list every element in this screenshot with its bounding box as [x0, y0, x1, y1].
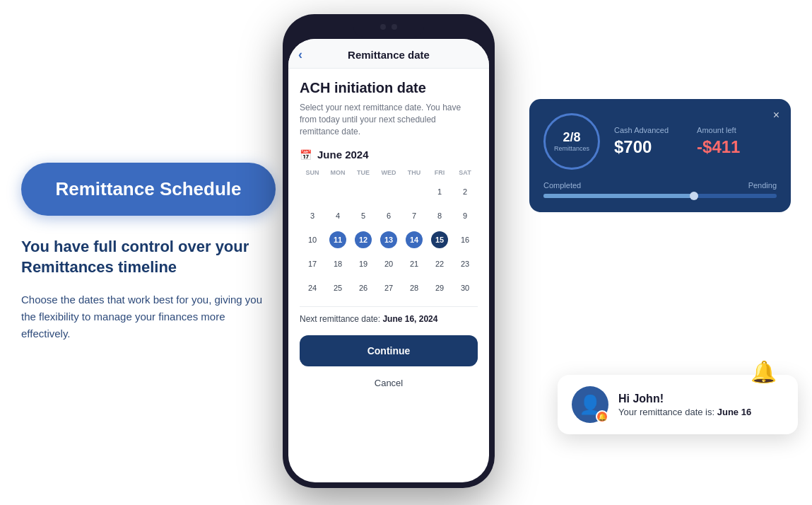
- cal-day-17[interactable]: 17: [300, 253, 325, 275]
- calendar-divider: [300, 306, 478, 307]
- cal-day-24[interactable]: 24: [300, 277, 325, 299]
- cal-day-30[interactable]: 30: [452, 277, 478, 299]
- cal-day-25[interactable]: 25: [325, 277, 351, 299]
- day-mon: MON: [325, 168, 351, 178]
- calendar-grid: SUN MON TUE WED THU FRI SAT: [300, 168, 478, 299]
- cal-day-empty: [300, 180, 325, 203]
- phone-header: ‹ Remittance date: [288, 39, 489, 69]
- notification-message: Your remittance date is: June 16: [618, 407, 751, 417]
- cal-day-23[interactable]: 23: [452, 253, 478, 275]
- calendar-weeks: 1 2 3 4 5 6 7 8 9: [300, 180, 478, 299]
- cal-day-11[interactable]: 11: [325, 228, 351, 251]
- progress-bar-fill: [543, 194, 695, 198]
- calendar-days-header: SUN MON TUE WED THU FRI SAT: [300, 168, 478, 178]
- cal-day-21[interactable]: 21: [401, 253, 427, 275]
- amount-left-value: -$411: [697, 137, 740, 157]
- card-close-button[interactable]: ×: [773, 109, 779, 122]
- cal-day-12[interactable]: 12: [351, 228, 376, 251]
- cal-day-empty: [325, 180, 351, 203]
- calendar-week-4: 17 18 19 20 21 22 23: [300, 253, 478, 275]
- amount-left-label: Amount left: [697, 126, 740, 134]
- cal-day-19[interactable]: 19: [351, 253, 376, 275]
- continue-button[interactable]: Continue: [300, 335, 478, 366]
- cal-day-9[interactable]: 9: [452, 204, 478, 227]
- circle-label: Remittances: [554, 145, 589, 152]
- bell-icon: 🔔: [751, 359, 777, 384]
- cal-day-empty: [401, 180, 427, 203]
- notification-badge: 🔔: [596, 410, 608, 423]
- day-wed: WED: [376, 168, 401, 178]
- day-fri: FRI: [427, 168, 452, 178]
- cash-advanced-block: Cash Advanced $700: [614, 126, 669, 157]
- notification-card: 👤 🔔 Hi John! Your remittance date is: Ju…: [558, 375, 798, 434]
- remittances-card: × 2/8 Remittances Cash Advanced $700 Amo…: [529, 99, 791, 212]
- ach-subtitle: Select your next remittance date. You ha…: [300, 102, 478, 137]
- cal-day-26[interactable]: 26: [351, 277, 376, 299]
- remittances-circle: 2/8 Remittances: [543, 113, 600, 170]
- calendar-month-text: June 2024: [317, 149, 369, 161]
- cal-day-empty: [351, 180, 376, 203]
- cal-day-7[interactable]: 7: [401, 204, 427, 227]
- cal-day-22[interactable]: 22: [427, 253, 452, 275]
- day-sat: SAT: [452, 168, 478, 178]
- completed-label: Completed: [543, 181, 581, 190]
- camera-dot-1: [380, 24, 386, 30]
- progress-bar-track: [543, 194, 777, 198]
- circle-fraction: 2/8: [563, 131, 580, 144]
- phone-notch-cameras: [353, 21, 424, 30]
- calendar-week-2: 3 4 5 6 7 8 9: [300, 204, 478, 227]
- notification-greeting: Hi John!: [618, 393, 751, 405]
- day-tue: TUE: [351, 168, 376, 178]
- cal-day-15-today[interactable]: 15: [427, 228, 452, 251]
- day-sun: SUN: [300, 168, 325, 178]
- calendar-week-3: 10 11 12 13 14 15 16: [300, 228, 478, 251]
- cash-advanced-label: Cash Advanced: [614, 126, 669, 134]
- cal-day-20[interactable]: 20: [376, 253, 401, 275]
- next-remittance: Next remittance date: June 16, 2024: [300, 314, 478, 324]
- cal-day-27[interactable]: 27: [376, 277, 401, 299]
- cal-day-14[interactable]: 14: [401, 228, 427, 251]
- phone-header-title: Remittance date: [348, 49, 430, 61]
- cal-day-13[interactable]: 13: [376, 228, 401, 251]
- card-top-row: 2/8 Remittances Cash Advanced $700 Amoun…: [543, 113, 777, 170]
- ach-title: ACH initiation date: [300, 80, 478, 96]
- calendar-icon: 📅: [300, 149, 312, 161]
- cal-day-2[interactable]: 2: [452, 180, 478, 203]
- tagline: You have full control over your Remittan…: [21, 237, 276, 277]
- remittance-badge: Remittance Schedule: [21, 163, 276, 216]
- cal-day-6[interactable]: 6: [376, 204, 401, 227]
- phone-notch: [353, 21, 424, 37]
- amount-left-block: Amount left -$411: [697, 126, 740, 157]
- phone-screen: ‹ Remittance date ACH initiation date Se…: [288, 39, 489, 482]
- camera-dot-2: [392, 24, 397, 30]
- cal-day-1[interactable]: 1: [427, 180, 452, 203]
- card-progress-labels: Completed Pending: [543, 181, 777, 190]
- cancel-button[interactable]: Cancel: [300, 372, 478, 394]
- phone-frame: ‹ Remittance date ACH initiation date Se…: [283, 14, 495, 488]
- cal-day-5[interactable]: 5: [351, 204, 376, 227]
- cal-day-16[interactable]: 16: [452, 228, 478, 251]
- phone-container: ‹ Remittance date ACH initiation date Se…: [283, 14, 495, 488]
- cal-day-3[interactable]: 3: [300, 204, 325, 227]
- card-amounts: Cash Advanced $700 Amount left -$411: [614, 126, 777, 157]
- day-thu: THU: [401, 168, 427, 178]
- cal-day-29[interactable]: 29: [427, 277, 452, 299]
- notification-avatar: 👤 🔔: [572, 386, 608, 423]
- phone-content: ACH initiation date Select your next rem…: [288, 69, 489, 405]
- cal-day-10[interactable]: 10: [300, 228, 325, 251]
- left-section: Remittance Schedule You have full contro…: [0, 0, 297, 505]
- cal-day-4[interactable]: 4: [325, 204, 351, 227]
- cal-day-empty: [376, 180, 401, 203]
- pending-label: Pending: [748, 181, 777, 190]
- remittance-badge-text: Remittance Schedule: [56, 178, 242, 200]
- notification-text: Hi John! Your remittance date is: June 1…: [618, 393, 751, 417]
- back-button[interactable]: ‹: [298, 47, 302, 62]
- cash-advanced-value: $700: [614, 137, 669, 157]
- cal-day-18[interactable]: 18: [325, 253, 351, 275]
- calendar-week-1: 1 2: [300, 180, 478, 203]
- calendar-week-5: 24 25 26 27 28 29 30: [300, 277, 478, 299]
- cal-day-8[interactable]: 8: [427, 204, 452, 227]
- calendar-month-header: 📅 June 2024: [300, 149, 478, 161]
- description: Choose the dates that work best for you,…: [21, 291, 276, 342]
- cal-day-28[interactable]: 28: [401, 277, 427, 299]
